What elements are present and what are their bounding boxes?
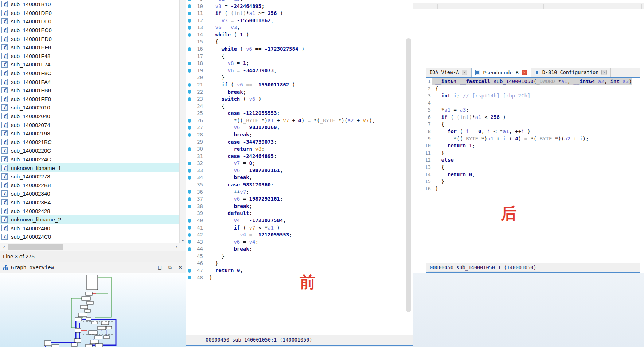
code-line[interactable]: 6 if ( (int)*a1 < 256 ) [426,114,640,121]
breakpoint-icon[interactable] [186,239,193,246]
close-icon[interactable]: ✕ [522,70,527,75]
breakpoint-icon[interactable] [186,117,193,124]
breakpoint-icon[interactable] [186,124,193,131]
breakpoint-gutter[interactable] [186,103,193,110]
maximize-icon[interactable]: □ [157,265,163,270]
vertical-scrollbar-thumb[interactable] [406,38,411,312]
code-line[interactable]: 38 break; [186,203,413,210]
code-line[interactable]: 17 { [186,53,413,60]
breakpoint-icon[interactable] [186,274,193,282]
graph-overview-header[interactable]: Graph overview □ ⧉ ✕ [0,262,186,273]
code-line[interactable]: 22 break; [186,89,413,96]
breakpoint-icon[interactable] [186,217,193,224]
code-line[interactable]: 29 case -344739073: [186,139,413,146]
code-line[interactable]: 37 v6 = 1987292161; [186,196,413,203]
breakpoint-icon[interactable] [186,60,193,67]
pseudocode-b-code[interactable]: 1__int64 __fastcall sub_140001050(_DWORD… [426,78,640,254]
code-line[interactable]: 30 return v8; [186,146,413,153]
function-list-item[interactable]: fsub_140001F74 [0,60,179,69]
function-list-item[interactable]: fsub_140001DE0 [0,9,179,18]
code-line[interactable]: 9 *a1 = a3; [186,0,413,3]
breakpoint-gutter[interactable] [186,181,193,189]
code-line[interactable]: 1__int64 __fastcall sub_140001050(_DWORD… [426,78,640,85]
breakpoint-icon[interactable] [186,189,193,196]
code-line[interactable]: 14 return 0; [426,171,640,178]
breakpoint-icon[interactable] [186,31,193,39]
function-list-item[interactable]: fsub_140002198 [0,129,179,138]
code-line[interactable]: 28 break; [186,131,413,139]
breakpoint-gutter[interactable] [186,74,193,81]
code-line[interactable]: 20 } [186,74,413,81]
function-list-item[interactable]: fsub_140002278 [0,172,179,181]
function-list-item[interactable]: fsub_14000220C [0,146,179,155]
tab-ida-view-a[interactable]: IDA View-A✕ [426,68,471,77]
code-line[interactable]: 34 break; [186,174,413,181]
breakpoint-gutter[interactable] [186,260,193,267]
breakpoint-icon[interactable] [186,0,193,3]
function-list-item[interactable]: funknown_libname_2 [0,215,179,224]
code-line[interactable]: 26 *((_BYTE *)a1 + v7 + 4) = *(_BYTE *)(… [186,117,413,124]
code-line[interactable]: 10 v3 = -242464895; [186,3,413,10]
function-list-item[interactable]: funknown_libname_1 [0,163,179,172]
code-line[interactable]: 35 case 983170360: [186,181,413,189]
breakpoint-icon[interactable] [186,24,193,31]
close-icon[interactable]: ✕ [601,70,607,75]
function-list-item[interactable]: fsub_140001B10 [0,0,179,9]
code-line[interactable]: 4 [426,100,640,107]
code-line[interactable]: 13 { [426,164,640,171]
breakpoint-gutter[interactable] [186,53,193,60]
function-list-item[interactable]: fsub_1400023B4 [0,198,179,207]
breakpoint-gutter[interactable] [186,253,193,260]
breakpoint-gutter[interactable] [186,153,193,160]
breakpoint-gutter[interactable] [186,110,193,117]
code-line[interactable]: 25 case -1212055553: [186,110,413,117]
code-line[interactable]: 45 } [186,253,413,260]
function-list-item[interactable]: fsub_140001EC0 [0,26,179,35]
breakpoint-icon[interactable] [186,196,193,203]
function-list-item[interactable]: fsub_1400024C0 [0,232,179,241]
code-line[interactable]: 41 if ( v7 < *a1 ) [186,224,413,232]
breakpoint-icon[interactable] [186,89,193,96]
breakpoint-icon[interactable] [186,146,193,153]
function-list-vertical-scrollbar[interactable]: ⌄ [179,0,186,243]
code-line[interactable]: 36 ++v7; [186,189,413,196]
function-list-item[interactable]: fsub_140001FB8 [0,86,179,95]
breakpoint-icon[interactable] [186,160,193,167]
function-list-item[interactable]: fsub_140002428 [0,207,179,215]
code-line[interactable]: 24 { [186,103,413,110]
function-list-item[interactable]: fsub_140001FE0 [0,95,179,104]
chevron-down-icon[interactable]: ⌄ [180,238,186,242]
function-list-item[interactable]: fsub_140002074 [0,120,179,129]
code-line[interactable]: 46 } [186,260,413,267]
function-list-item[interactable]: fsub_140001F8C [0,69,179,78]
function-list-item[interactable]: fsub_1400022B8 [0,181,179,189]
breakpoint-icon[interactable] [186,224,193,232]
breakpoint-icon[interactable] [186,267,193,274]
breakpoint-icon[interactable] [186,96,193,103]
breakpoint-gutter[interactable] [186,38,193,46]
code-line[interactable]: 7 { [426,121,640,128]
close-icon[interactable]: ✕ [177,265,183,270]
function-list-item[interactable]: fsub_140002340 [0,189,179,198]
code-line[interactable]: 13 v6 = v3; [186,24,413,31]
breakpoint-icon[interactable] [186,246,193,253]
breakpoint-icon[interactable] [186,46,193,53]
breakpoint-gutter[interactable] [186,210,193,217]
function-list-horizontal-scrollbar[interactable]: ‹ › [0,243,186,251]
code-line[interactable]: 31 case -242464895: [186,153,413,160]
tab-d-810-configuration[interactable]: D-810 Configuration✕ [531,68,611,77]
code-line[interactable]: 16} [426,185,640,193]
breakpoint-icon[interactable] [186,167,193,174]
breakpoint-icon[interactable] [186,67,193,74]
breakpoint-icon[interactable] [186,10,193,17]
close-icon[interactable]: ✕ [462,70,467,75]
code-line[interactable]: 44 break; [186,246,413,253]
code-line[interactable]: 8 for ( i = 0; i < *a1; ++i ) [426,128,640,135]
code-line[interactable]: 16 while ( v6 == -1723027584 ) [186,46,413,53]
code-line[interactable]: 3 int i; // [rsp+14h] [rbp-2Ch] [426,92,640,100]
code-line[interactable]: 43 v6 = v4; [186,239,413,246]
code-line[interactable]: 11 if ( (int)*a1 >= 256 ) [186,10,413,17]
code-line[interactable]: 23 switch ( v6 ) [186,96,413,103]
code-line[interactable]: 12 else [426,157,640,164]
code-line[interactable]: 15 { [186,38,413,46]
